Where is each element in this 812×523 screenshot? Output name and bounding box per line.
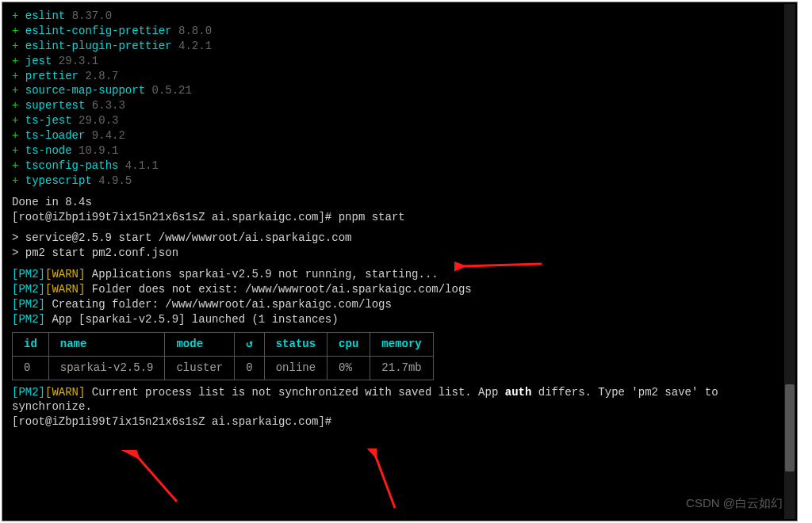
scrollbar-thumb[interactable] [785, 384, 795, 471]
cell-mode: cluster [165, 356, 235, 380]
package-line: + typescript 4.9.5 [12, 174, 787, 189]
warn-pre: Current process list is not synchronized… [92, 386, 505, 399]
shell-prompt-line-2[interactable]: [root@iZbp1i99t7ix15n21x6s1sZ ai.sparkai… [12, 414, 787, 429]
table-header-memory: memory [370, 332, 433, 356]
cell-name: sparkai-v2.5.9 [48, 356, 165, 380]
package-line: + supertest 6.3.3 [12, 98, 787, 113]
package-line: + eslint 8.37.0 [12, 9, 787, 24]
table-header-cpu: cpu [327, 332, 370, 356]
start-line: > service@2.5.9 start /www/wwwroot/ai.sp… [12, 231, 787, 246]
scrollbar-track[interactable] [784, 4, 795, 519]
table-row: 0sparkai-v2.5.9cluster0online0%21.7mb [13, 356, 434, 380]
package-line: + source-map-support 0.5.21 [12, 83, 787, 98]
cell-id: 0 [13, 356, 49, 380]
pm2-line: [PM2] Creating folder: /www/wwwroot/ai.s… [12, 297, 787, 312]
npm-start-output: > service@2.5.9 start /www/wwwroot/ai.sp… [12, 231, 787, 261]
pm2-final-warn: [PM2][WARN] Current process list is not … [12, 385, 787, 415]
shell-prompt-line-1: [root@iZbp1i99t7ix15n21x6s1sZ ai.sparkai… [12, 210, 787, 225]
table-header-name: name [48, 332, 165, 356]
package-line: + ts-loader 9.4.2 [12, 128, 787, 143]
table-header-mode: mode [165, 332, 235, 356]
prompt-text-2: [root@iZbp1i99t7ix15n21x6s1sZ ai.sparkai… [12, 415, 331, 428]
terminal-output[interactable]: + eslint 8.37.0+ eslint-config-prettier … [2, 2, 797, 521]
start-line: > pm2 start pm2.conf.json [12, 246, 787, 261]
pm2-line: [PM2][WARN] Folder does not exist: /www/… [12, 282, 787, 297]
package-line: + eslint-config-prettier 8.8.0 [12, 24, 787, 39]
cell-memory: 21.7mb [370, 356, 433, 380]
package-line: + prettier 2.8.7 [12, 69, 787, 84]
pm2-line: [PM2] App [sparkai-v2.5.9] launched (1 i… [12, 312, 787, 327]
package-line: + tsconfig-paths 4.1.1 [12, 158, 787, 174]
package-line: + jest 29.3.1 [12, 54, 787, 69]
table-header-status: status [264, 332, 327, 356]
prompt-text: [root@iZbp1i99t7ix15n21x6s1sZ ai.sparkai… [12, 211, 339, 223]
package-line: + ts-node 10.9.1 [12, 143, 787, 158]
cell-cpu: 0% [327, 356, 370, 380]
terminal-window: + eslint 8.37.0+ eslint-config-prettier … [2, 2, 798, 521]
package-line: + eslint-plugin-prettier 4.2.1 [12, 39, 787, 54]
pm2-process-table: idnamemode↺statuscpumemory 0sparkai-v2.5… [12, 332, 434, 380]
cell-restart: 0 [235, 356, 264, 380]
pm2-log-output: [PM2][WARN] Applications sparkai-v2.5.9 … [12, 267, 787, 327]
pm2-line: [PM2][WARN] Applications sparkai-v2.5.9 … [12, 267, 787, 282]
command: pnpm start [339, 211, 405, 223]
table-header-row: idnamemode↺statuscpumemory [13, 332, 434, 356]
package-line: + ts-jest 29.0.3 [12, 113, 787, 128]
package-install-list: + eslint 8.37.0+ eslint-config-prettier … [12, 9, 787, 189]
table-header-↺: ↺ [235, 332, 264, 356]
cell-status: online [264, 356, 327, 380]
done-line: Done in 8.4s [12, 195, 787, 210]
table-header-id: id [13, 332, 49, 356]
warn-bold: auth [505, 386, 532, 399]
